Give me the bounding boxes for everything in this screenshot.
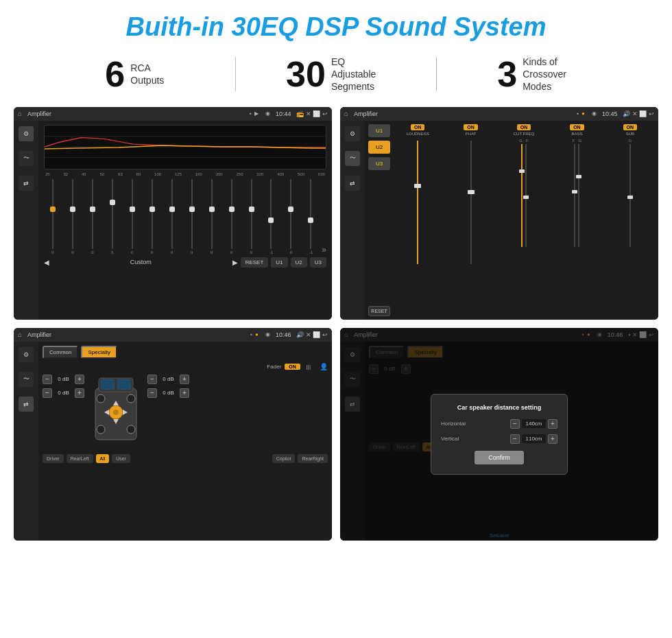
eq-slider-2[interactable]: 0 bbox=[84, 179, 101, 255]
preset-u2[interactable]: U2 bbox=[368, 141, 390, 154]
svg-rect-5 bbox=[101, 379, 115, 390]
eq-slider-0[interactable]: 0 bbox=[44, 179, 62, 255]
eq-slider-4[interactable]: 0 bbox=[123, 179, 141, 255]
dialog-vertical-label: Vertical bbox=[441, 436, 459, 442]
eq-u3-btn[interactable]: U3 bbox=[310, 257, 326, 268]
eq-sidebar-icon-3[interactable]: ⇄ bbox=[19, 176, 34, 191]
eq-sidebar-icon-2[interactable]: 〜 bbox=[19, 151, 34, 166]
eq-record-icon: ▪ bbox=[250, 110, 252, 117]
eq-slider-12[interactable]: 0 bbox=[282, 179, 300, 255]
db-plus-3[interactable]: + bbox=[180, 375, 189, 384]
speaker-sidebar-icon-2[interactable]: 〜 bbox=[19, 372, 34, 387]
eq-sidebar-icon-1[interactable]: ⚙ bbox=[19, 126, 34, 141]
db-minus-2[interactable]: − bbox=[43, 388, 52, 398]
preset-u3[interactable]: U3 bbox=[368, 157, 390, 170]
eq-u1-btn[interactable]: U1 bbox=[271, 257, 287, 268]
pos-btn-rearright[interactable]: RearRight bbox=[298, 454, 328, 463]
tab-common[interactable]: Common bbox=[43, 346, 78, 359]
left-controls: − 0 dB + − 0 dB + bbox=[43, 375, 84, 450]
speaker-sidebar-icon-3[interactable]: ⇄ bbox=[19, 397, 34, 412]
loudness-label: LOUDNESS bbox=[407, 132, 429, 136]
eq-next-btn[interactable]: ▶ bbox=[232, 259, 238, 266]
tab-specialty[interactable]: Specialty bbox=[81, 346, 117, 359]
crossover-sidebar-icon-3[interactable]: ⇄ bbox=[345, 176, 360, 191]
db-value-4: 0 dB bbox=[160, 390, 177, 396]
confirm-button[interactable]: Confirm bbox=[475, 451, 524, 464]
pos-btn-user[interactable]: User bbox=[112, 454, 130, 463]
crossover-sidebar-icon-2[interactable]: 〜 bbox=[345, 151, 360, 166]
home-icon[interactable]: ⌂ bbox=[18, 110, 22, 117]
channel-strips: ON LOUDNESS ON PHAT bbox=[393, 124, 655, 316]
eq-u2-btn[interactable]: U2 bbox=[291, 257, 307, 268]
svg-point-8 bbox=[127, 394, 135, 403]
fader-toggle[interactable]: ON bbox=[285, 364, 300, 370]
eq-expand-icon[interactable]: » bbox=[322, 245, 326, 255]
phat-slider[interactable] bbox=[470, 141, 472, 264]
dialog-horizontal-plus[interactable]: + bbox=[548, 419, 557, 429]
dialog-vertical-plus[interactable]: + bbox=[548, 434, 557, 444]
fader-row: Fader ON ||| 👤 bbox=[43, 363, 328, 370]
speaker-rec-icon: ▪ bbox=[250, 331, 252, 338]
crossover-screen: ⌂ Amplifier ▪ ● ◉ 10:45 🔊 ✕ ⬜ ↩ ⚙ 〜 ⇄ U1… bbox=[340, 107, 658, 320]
db-plus-1[interactable]: + bbox=[75, 375, 84, 384]
dialog-horizontal-value: 140cm bbox=[522, 419, 546, 428]
db-control-4: − 0 dB + bbox=[147, 388, 189, 398]
eq-screen: ⌂ Amplifier ▪ ▶ ◉ 10:44 📻 ✕ ⬜ ↩ ⚙ 〜 ⇄ bbox=[14, 107, 332, 320]
eq-slider-10[interactable]: 0 bbox=[243, 179, 261, 255]
eq-sidebar: ⚙ 〜 ⇄ bbox=[14, 121, 38, 320]
eq-slider-8[interactable]: 0 bbox=[203, 179, 221, 255]
preset-u1[interactable]: U1 bbox=[368, 124, 390, 137]
bass-toggle[interactable]: ON bbox=[570, 124, 584, 130]
pos-btn-copilot[interactable]: Copilot bbox=[272, 454, 296, 463]
pos-btn-driver[interactable]: Driver bbox=[43, 454, 64, 463]
dialog-horizontal-minus[interactable]: − bbox=[510, 419, 520, 429]
bass-slider-1[interactable] bbox=[574, 144, 575, 247]
eq-prev-btn[interactable]: ◀ bbox=[44, 259, 49, 266]
eq-slider-13[interactable]: -1 bbox=[302, 179, 320, 255]
dialog-vertical-minus[interactable]: − bbox=[510, 434, 520, 444]
db-plus-2[interactable]: + bbox=[75, 388, 84, 398]
sub-g-label: G bbox=[628, 139, 632, 143]
db-minus-3[interactable]: − bbox=[147, 375, 157, 384]
bass-slider-2[interactable] bbox=[578, 144, 579, 247]
crossover-sidebar-icon-1[interactable]: ⚙ bbox=[345, 126, 360, 141]
stat-number-eq: 30 bbox=[286, 56, 326, 92]
cutfreq-slider-2[interactable] bbox=[525, 144, 527, 247]
eq-status-icons: 📻 ✕ ⬜ ↩ bbox=[296, 110, 328, 117]
fader-label: Fader bbox=[267, 364, 281, 370]
eq-slider-11[interactable]: -1 bbox=[262, 179, 280, 255]
db-plus-4[interactable]: + bbox=[180, 388, 189, 398]
db-value-3: 0 dB bbox=[160, 376, 177, 382]
eq-slider-9[interactable]: 0 bbox=[223, 179, 241, 255]
sub-toggle[interactable]: ON bbox=[623, 124, 638, 130]
eq-main: 253240506380100125160200250320400500630 … bbox=[38, 121, 332, 320]
eq-reset-btn[interactable]: RESET bbox=[241, 257, 269, 268]
eq-slider-5[interactable]: 0 bbox=[143, 179, 161, 255]
eq-slider-3[interactable]: 5 bbox=[104, 179, 121, 255]
dialog-horizontal-label: Horizontal bbox=[441, 421, 466, 427]
db-minus-4[interactable]: − bbox=[147, 388, 157, 398]
pos-btn-rearleft[interactable]: RearLeft bbox=[67, 454, 93, 463]
eq-mode-label: Custom bbox=[52, 259, 230, 265]
loudness-slider[interactable] bbox=[417, 141, 418, 264]
sub-slider[interactable] bbox=[629, 144, 631, 247]
eq-screen-title: Amplifier bbox=[27, 110, 247, 117]
svg-point-10 bbox=[127, 425, 135, 434]
eq-slider-6[interactable]: 0 bbox=[163, 179, 181, 255]
eq-slider-1[interactable]: 0 bbox=[64, 179, 82, 255]
crossover-rec-icon: ▪ bbox=[577, 110, 579, 117]
amp-reset-btn[interactable]: RESET bbox=[368, 306, 390, 316]
crossover-home-icon[interactable]: ⌂ bbox=[344, 110, 348, 117]
pos-btn-all[interactable]: All bbox=[96, 454, 110, 463]
cutfreq-toggle[interactable]: ON bbox=[517, 124, 531, 130]
phat-toggle[interactable]: ON bbox=[464, 124, 478, 130]
speaker-sidebar-icon-1[interactable]: ⚙ bbox=[19, 347, 34, 362]
eq-slider-7[interactable]: 0 bbox=[183, 179, 201, 255]
speaker-status-bar: ⌂ Amplifier ▪ ● ◉ 10:46 🔊 ✕ ⬜ ↩ bbox=[14, 328, 332, 342]
cutfreq-slider-1[interactable] bbox=[521, 144, 523, 247]
speaker-home-icon[interactable]: ⌂ bbox=[18, 331, 22, 338]
profile-icon[interactable]: 👤 bbox=[320, 363, 328, 370]
db-minus-1[interactable]: − bbox=[43, 375, 52, 384]
loudness-toggle[interactable]: ON bbox=[411, 124, 425, 130]
dialog-vertical-row: Vertical − 110cm + bbox=[441, 434, 557, 444]
